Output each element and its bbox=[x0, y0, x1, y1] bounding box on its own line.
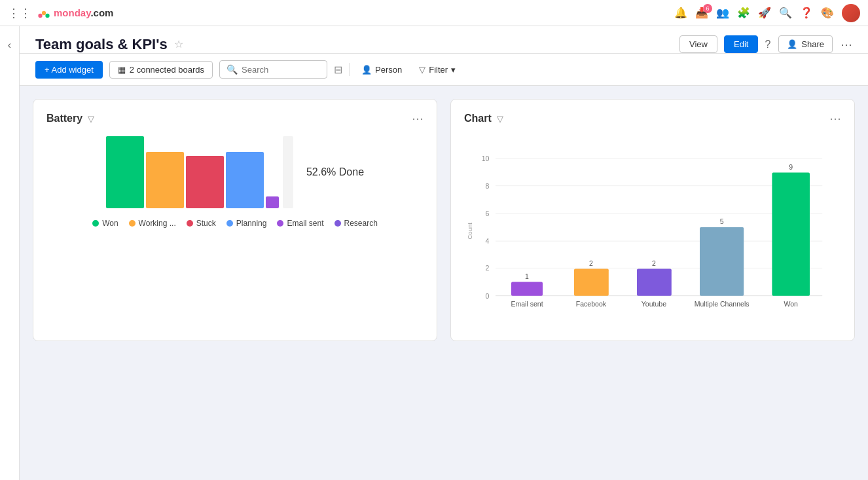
more-options-button[interactable]: ⋯ bbox=[841, 37, 852, 52]
sidebar-toggle[interactable]: ‹ bbox=[0, 26, 20, 480]
y-tick-4: 4 bbox=[486, 237, 490, 245]
top-navigation: ⋮⋮ monday.com 🔔 📥 6 👥 🧩 🚀 🔍 ❓ 🎨 bbox=[0, 0, 868, 26]
legend-dot-research bbox=[335, 220, 341, 227]
help-inline-icon[interactable]: ? bbox=[765, 39, 770, 50]
svg-point-0 bbox=[38, 13, 42, 17]
invite-icon[interactable]: 👥 bbox=[716, 7, 729, 19]
logo-text: monday.com bbox=[54, 7, 113, 18]
battery-content: 52.6% Done Won Working ... bbox=[46, 136, 424, 228]
x-label-youtube: Youtube bbox=[642, 300, 666, 308]
legend-label-emailsent: Email sent bbox=[287, 219, 323, 228]
star-icon[interactable]: ☆ bbox=[174, 38, 183, 50]
battery-percentage: 52.6% Done bbox=[306, 166, 364, 178]
dashboard: Battery ▽ ⋯ bbox=[20, 86, 868, 354]
edit-button[interactable]: Edit bbox=[724, 35, 758, 53]
bar-emailsent bbox=[511, 282, 543, 296]
x-label-facebook: Facebook bbox=[576, 300, 607, 308]
battery-bars bbox=[106, 136, 279, 208]
y-tick-0: 0 bbox=[486, 292, 490, 300]
legend-dot-stuck bbox=[187, 220, 193, 227]
battery-bar-planning bbox=[226, 152, 264, 208]
y-tick-6: 6 bbox=[486, 210, 490, 217]
battery-bar-won bbox=[106, 136, 144, 208]
add-widget-button[interactable]: + Add widget bbox=[35, 61, 103, 79]
monday-logo-icon bbox=[37, 6, 51, 20]
avatar[interactable] bbox=[842, 4, 860, 22]
help-icon[interactable]: ❓ bbox=[800, 7, 813, 19]
view-button[interactable]: View bbox=[679, 35, 717, 53]
x-label-emailsent: Email sent bbox=[511, 300, 543, 308]
legend-label-planning: Planning bbox=[236, 219, 267, 228]
legend-label-working: Working ... bbox=[139, 219, 176, 228]
x-label-won: Won bbox=[784, 300, 798, 308]
person-icon: 👤 bbox=[361, 65, 372, 75]
legend-dot-emailsent bbox=[277, 220, 283, 227]
filter-button[interactable]: ▽ Filter ▾ bbox=[414, 62, 461, 78]
legend-dot-planning bbox=[226, 220, 233, 227]
svg-point-2 bbox=[45, 13, 49, 17]
legend-item-working: Working ... bbox=[129, 219, 176, 228]
legend-item-stuck: Stuck bbox=[187, 219, 216, 228]
legend-label-research: Research bbox=[344, 219, 378, 228]
chart-widget: Chart ▽ ⋯ Count bbox=[450, 99, 855, 341]
battery-bar-working bbox=[146, 152, 184, 208]
battery-visualization: 52.6% Done bbox=[106, 136, 364, 208]
upgrade-icon[interactable]: 🚀 bbox=[758, 7, 771, 19]
chart-filter-icon[interactable]: ▽ bbox=[497, 114, 503, 124]
bar-value-facebook: 2 bbox=[589, 259, 593, 267]
logo: monday.com bbox=[37, 6, 113, 20]
bar-facebook bbox=[574, 268, 609, 295]
bar-value-won: 9 bbox=[789, 163, 793, 171]
battery-filter-icon[interactable]: ▽ bbox=[88, 114, 94, 124]
toolbar: + Add widget ▦ 2 connected boards 🔍 ⊟ 👤 … bbox=[20, 54, 868, 86]
chart-more-button[interactable]: ⋯ bbox=[829, 111, 841, 126]
battery-legend: Won Working ... Stuck Planning bbox=[92, 219, 378, 228]
toolbar-separator bbox=[349, 63, 350, 76]
legend-item-research: Research bbox=[335, 219, 378, 228]
filter-dropdown-icon: ▾ bbox=[451, 65, 456, 75]
legend-item-planning: Planning bbox=[226, 219, 267, 228]
app-body: ‹ Team goals & KPI's ☆ View Edit ? 👤 Sha… bbox=[0, 26, 868, 480]
legend-dot-working bbox=[129, 220, 136, 227]
inbox-icon[interactable]: 📥 6 bbox=[695, 7, 708, 19]
page-header: Team goals & KPI's ☆ View Edit ? 👤 Share… bbox=[20, 26, 868, 54]
chart-content: Count 0 2 4 6 8 10 bbox=[464, 136, 841, 329]
battery-bar-emailsent bbox=[266, 196, 279, 208]
inbox-badge: 6 bbox=[703, 4, 712, 13]
grid-icon[interactable]: ⋮⋮ bbox=[8, 6, 31, 20]
y-axis-label: Count bbox=[466, 223, 473, 240]
person-filter-button[interactable]: 👤 Person bbox=[356, 62, 407, 78]
connected-boards-button[interactable]: ▦ 2 connected boards bbox=[109, 61, 213, 79]
y-tick-2: 2 bbox=[486, 264, 490, 272]
main-content: Team goals & KPI's ☆ View Edit ? 👤 Share… bbox=[20, 26, 868, 480]
bar-youtube bbox=[637, 268, 672, 295]
color-swatch-icon[interactable]: 🎨 bbox=[821, 7, 834, 19]
legend-item-emailsent: Email sent bbox=[277, 219, 323, 228]
notifications-icon[interactable]: 🔔 bbox=[674, 7, 687, 19]
share-button[interactable]: 👤 Share bbox=[778, 35, 833, 53]
y-tick-10: 10 bbox=[482, 155, 490, 162]
chevron-left-icon[interactable]: ‹ bbox=[8, 39, 11, 51]
bar-multiple-channels bbox=[700, 227, 744, 296]
boards-icon: ▦ bbox=[118, 65, 126, 75]
y-tick-8: 8 bbox=[486, 182, 490, 190]
search-icon[interactable]: 🔍 bbox=[779, 7, 792, 19]
bar-won bbox=[772, 173, 810, 296]
svg-point-1 bbox=[42, 10, 46, 14]
battery-more-button[interactable]: ⋯ bbox=[412, 111, 424, 126]
page-title: Team goals & KPI's bbox=[35, 36, 168, 53]
share-icon: 👤 bbox=[787, 39, 797, 49]
legend-dot-won bbox=[92, 220, 99, 227]
search-input-icon: 🔍 bbox=[226, 64, 238, 75]
chart-svg: Count 0 2 4 6 8 10 bbox=[464, 136, 841, 320]
battery-widget: Battery ▽ ⋯ bbox=[33, 99, 437, 341]
funnel-icon: ▽ bbox=[419, 65, 425, 75]
chart-widget-title: Chart bbox=[464, 113, 492, 124]
save-view-button[interactable]: ⊟ bbox=[334, 64, 342, 76]
search-box: 🔍 bbox=[219, 60, 327, 79]
battery-widget-title: Battery bbox=[46, 113, 82, 124]
battery-empty-indicator: 52.6% Done bbox=[283, 136, 364, 208]
apps-icon[interactable]: 🧩 bbox=[737, 7, 750, 19]
bar-value-emailsent: 1 bbox=[525, 272, 529, 280]
search-input[interactable] bbox=[242, 65, 320, 75]
